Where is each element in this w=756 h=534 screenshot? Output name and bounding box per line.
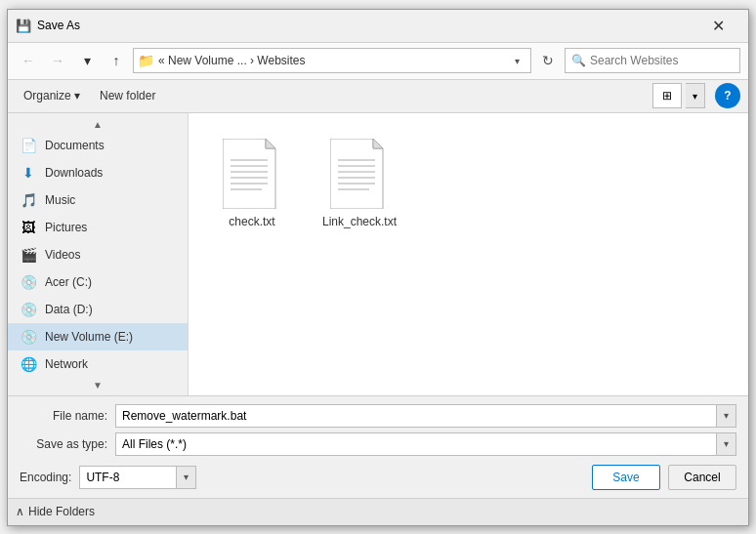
sidebar-item-label: Data (D:) (45, 303, 93, 316)
svg-marker-9 (373, 139, 383, 148)
file-area: check.txt Link_check.txt (189, 113, 748, 395)
button-row: Encoding: UTF-8 ▾ Save Cancel (20, 461, 736, 490)
sidebar-item-label: New Volume (E:) (45, 330, 133, 344)
address-input[interactable]: 📁 « New Volume ... › Websites ▾ (133, 48, 531, 73)
save-button[interactable]: Save (592, 465, 660, 490)
folder-icon: 📁 (138, 53, 154, 68)
back-button[interactable]: ← (16, 48, 41, 73)
file-name: check.txt (229, 215, 274, 228)
sidebar-item-pictures[interactable]: 🖼 Pictures (8, 214, 188, 241)
view-dropdown-button[interactable]: ▾ (686, 83, 705, 108)
title-bar: 💾 Save As ✕ (8, 10, 748, 43)
sidebar-item-music[interactable]: 🎵 Music (8, 186, 188, 214)
sidebar-item-label: Pictures (45, 221, 87, 234)
pictures-icon: 🖼 (20, 219, 37, 236)
help-button[interactable]: ? (715, 83, 740, 108)
savetype-input[interactable] (116, 433, 716, 455)
search-box: 🔍 (565, 48, 740, 73)
savetype-dropdown[interactable]: ▾ (716, 433, 735, 455)
footer: ∧ Hide Folders (8, 498, 748, 525)
save-as-dialog: 💾 Save As ✕ ← → ▾ ↑ 📁 « New Volume ... ›… (7, 9, 749, 526)
svg-marker-8 (330, 139, 383, 209)
encoding-row: Encoding: UTF-8 ▾ (20, 466, 584, 489)
main-content: ▲ 📄 Documents ⬇ Downloads 🎵 Music 🖼 Pict… (8, 113, 748, 395)
encoding-wrapper: UTF-8 ▾ (79, 466, 196, 489)
cancel-button[interactable]: Cancel (668, 465, 736, 490)
savetype-row: Save as type: ▾ (20, 432, 736, 456)
bottom-section: File name: ▾ Save as type: ▾ Encoding: U… (8, 395, 748, 498)
music-icon: 🎵 (20, 191, 37, 209)
sidebar-item-acer[interactable]: 💿 Acer (C:) (8, 268, 188, 296)
close-button[interactable]: ✕ (695, 13, 740, 38)
file-icon (223, 139, 281, 209)
sidebar-item-videos[interactable]: 🎬 Videos (8, 241, 188, 268)
svg-marker-0 (223, 139, 275, 209)
drive-c-icon: 💿 (20, 273, 37, 291)
drive-d-icon: 💿 (20, 301, 37, 318)
sidebar-item-label: Documents (45, 139, 105, 152)
dialog-title: Save As (37, 19, 695, 32)
up-button[interactable]: ↑ (104, 48, 129, 73)
search-icon: 🔍 (571, 54, 586, 67)
svg-marker-1 (266, 139, 275, 148)
filename-wrapper: ▾ (115, 404, 736, 428)
filename-input[interactable] (116, 405, 716, 427)
address-bar: ← → ▾ ↑ 📁 « New Volume ... › Websites ▾ … (8, 43, 748, 80)
filename-row: File name: ▾ (20, 404, 736, 428)
toolbar: Organize ▾ New folder ⊞ ▾ ? (8, 80, 748, 113)
sidebar-item-downloads[interactable]: ⬇ Downloads (8, 159, 188, 186)
sidebar-item-label: Network (45, 357, 88, 371)
sidebar-item-label: Videos (45, 248, 80, 262)
sidebar-item-documents[interactable]: 📄 Documents (8, 132, 188, 159)
encoding-value: UTF-8 (80, 467, 176, 488)
refresh-button[interactable]: ↻ (535, 48, 561, 73)
sidebar-scroll-up[interactable]: ▲ (8, 117, 188, 132)
new-folder-button[interactable]: New folder (92, 83, 163, 108)
sidebar-item-label: Downloads (45, 166, 103, 180)
savetype-wrapper: ▾ (115, 432, 736, 456)
network-icon: 🌐 (20, 355, 37, 373)
dropdown-button[interactable]: ▾ (74, 48, 100, 73)
dialog-icon: 💾 (16, 18, 31, 33)
hide-folders-label: Hide Folders (28, 505, 95, 518)
sidebar-item-label: Music (45, 193, 75, 207)
downloads-icon: ⬇ (20, 164, 37, 182)
filename-dropdown[interactable]: ▾ (716, 405, 735, 427)
documents-icon: 📄 (20, 137, 37, 154)
address-dropdown-button[interactable]: ▾ (507, 49, 526, 72)
sidebar-item-network[interactable]: 🌐 Network (8, 350, 188, 378)
forward-button[interactable]: → (45, 48, 70, 73)
sidebar: ▲ 📄 Documents ⬇ Downloads 🎵 Music 🖼 Pict… (8, 113, 189, 395)
sidebar-scroll-down[interactable]: ▼ (8, 378, 188, 392)
file-item[interactable]: Link_check.txt (315, 133, 403, 234)
file-icon (330, 139, 389, 209)
address-path: « New Volume ... › Websites (158, 54, 507, 67)
chevron-up-icon: ∧ (16, 505, 24, 518)
sidebar-item-data[interactable]: 💿 Data (D:) (8, 296, 188, 323)
drive-e-icon: 💿 (20, 328, 37, 346)
file-name: Link_check.txt (322, 215, 397, 228)
hide-folders-button[interactable]: ∧ Hide Folders (16, 505, 95, 518)
filename-label: File name: (20, 409, 107, 423)
file-item[interactable]: check.txt (208, 133, 296, 234)
view-toggle-button[interactable]: ⊞ (652, 83, 682, 108)
sidebar-item-label: Acer (C:) (45, 275, 92, 289)
search-input[interactable] (590, 54, 734, 67)
sidebar-item-newvolume[interactable]: 💿 New Volume (E:) (8, 323, 188, 350)
videos-icon: 🎬 (20, 246, 37, 264)
savetype-label: Save as type: (20, 437, 107, 451)
organize-button[interactable]: Organize ▾ (16, 83, 88, 108)
encoding-dropdown[interactable]: ▾ (176, 467, 195, 488)
encoding-label: Encoding: (20, 471, 71, 484)
